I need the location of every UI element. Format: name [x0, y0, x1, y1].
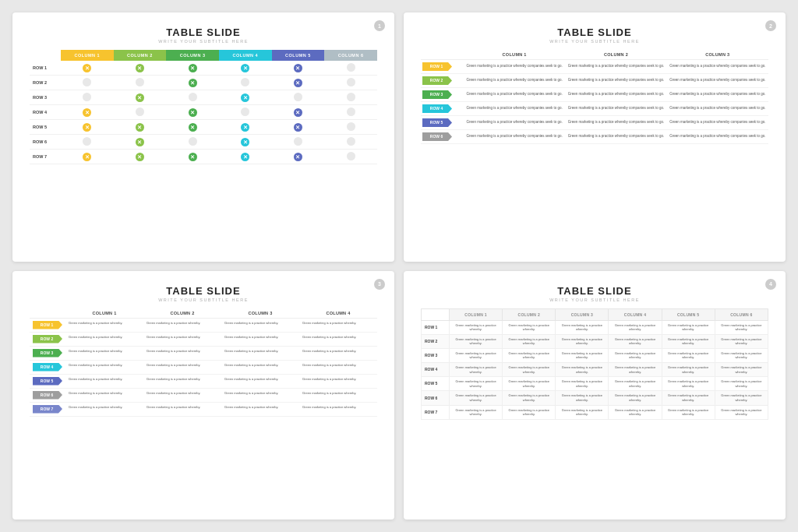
check-cell: ✕ [114, 135, 167, 150]
check-cell [166, 135, 219, 150]
table-cell: Green marketing is a practice whereby co… [565, 88, 666, 102]
table-row: ROW 4Green marketing is a practice where… [422, 363, 768, 377]
s4-col-header-2: COLUMN 2 [503, 308, 556, 320]
s3-col-header-2: COLUMN 2 [143, 308, 221, 319]
table-cell: Green marketing is a practice whereby. [221, 402, 299, 416]
row-label: ROW 7 [422, 405, 450, 419]
table-row: ROW 2Green marketing is a practice where… [422, 334, 768, 348]
check-cell [324, 150, 377, 164]
table-cell: Green marketing is a practice whereby. [221, 388, 299, 402]
table-cell: Green marketing is a practice whereby co… [464, 74, 565, 88]
check-cell: ✕ [219, 61, 272, 76]
col-header-3: COLUMN 3 [166, 50, 219, 61]
table-cell: Green marketing is a practice whereby co… [565, 74, 666, 88]
table-cell: Green marketing is a practice whereby. [450, 391, 503, 405]
row-label: ROW 3 [30, 90, 61, 105]
table-cell: Green marketing is a practice whereby. [65, 318, 143, 332]
table-cell: Green marketing is a practice whereby. [143, 332, 221, 346]
s2-col-header-3: COLUMN 3 [667, 50, 768, 60]
table-cell: Green marketing is a practice whereby. [662, 391, 715, 405]
slide-1: 1 TABLE SLIDE WRITE YOUR SUBTITLE HERE C… [12, 12, 394, 262]
check-cell: ✕ [61, 120, 114, 135]
slide-number-4: 4 [765, 279, 776, 290]
check-cell: ✕ [166, 61, 219, 76]
row-label: ROW 6 [30, 135, 61, 150]
check-cell [61, 135, 114, 150]
table-cell: Green marketing is a practice whereby. [556, 363, 609, 377]
row-label: ROW 5 [422, 377, 450, 391]
row-label: ROW 4 [30, 105, 61, 120]
check-cell [61, 90, 114, 105]
table-cell: Green marketing is a practice whereby. [503, 320, 556, 334]
check-cell [219, 105, 272, 120]
table-cell: Green marketing is a practice whereby. [503, 348, 556, 362]
table-cell: Green marketing is a practice whereby. [609, 377, 662, 391]
table-row: ROW 5Green marketing is a practice where… [30, 374, 377, 388]
table-row: ROW 1Green marketing is a practice where… [30, 318, 377, 332]
slide-number-1: 1 [374, 20, 385, 31]
table-cell: Green marketing is a practice whereby. [556, 405, 609, 419]
col-header-5: COLUMN 5 [272, 50, 325, 61]
table-cell: Green marketing is a practice whereby. [65, 332, 143, 346]
table-cell: Green marketing is a practice whereby co… [464, 88, 565, 102]
table-cell: Green marketing is a practice whereby. [556, 320, 609, 334]
row-arrow-label: ROW 5 [30, 374, 65, 388]
table-cell: Green marketing is a practice whereby. [299, 346, 377, 360]
table-cell: Green marketing is a practice whereby. [715, 391, 768, 405]
table-cell: Green marketing is a practice whereby. [221, 346, 299, 360]
table-cell: Green marketing is a practice whereby. [503, 391, 556, 405]
slide-1-table: COLUMN 1 COLUMN 2 COLUMN 3 COLUMN 4 COLU… [30, 50, 377, 164]
table-cell: Green marketing is a practice whereby. [715, 320, 768, 334]
table-cell: Green marketing is a practice whereby co… [667, 88, 768, 102]
row-arrow-label: ROW 7 [30, 402, 65, 416]
check-cell: ✕ [166, 105, 219, 120]
s4-col-header-3: COLUMN 3 [556, 308, 609, 320]
table-cell: Green marketing is a practice whereby. [299, 318, 377, 332]
table-row: ROW 3✕✕ [30, 90, 377, 105]
check-cell [219, 76, 272, 90]
table-cell: Green marketing is a practice whereby. [450, 334, 503, 348]
table-cell: Green marketing is a practice whereby. [715, 348, 768, 362]
row-arrow-label: ROW 2 [30, 332, 65, 346]
table-row: ROW 2✕✕ [30, 76, 377, 90]
table-row: ROW 4Green marketing is a practice where… [30, 360, 377, 374]
table-cell: Green marketing is a practice whereby. [715, 334, 768, 348]
table-cell: Green marketing is a practice whereby co… [565, 116, 666, 130]
table-row: ROW 4Green marketing is a practice where… [421, 102, 768, 116]
slide-number-3: 3 [374, 279, 385, 290]
table-cell: Green marketing is a practice whereby. [143, 360, 221, 374]
s3-col-header-1: COLUMN 1 [65, 308, 143, 319]
slide-2-table: COLUMN 1 COLUMN 2 COLUMN 3 ROW 1Green ma… [421, 50, 768, 144]
table-cell: Green marketing is a practice whereby co… [565, 60, 666, 74]
check-cell [272, 135, 325, 150]
check-cell [324, 105, 377, 120]
table-row: ROW 6✕✕ [30, 135, 377, 150]
slide-1-title: TABLE SLIDE [30, 26, 377, 38]
slide-4-subtitle: WRITE YOUR SUBTITLE HERE [421, 298, 768, 302]
slide-3-subtitle: WRITE YOUR SUBTITLE HERE [30, 298, 377, 302]
table-cell: Green marketing is a practice whereby. [450, 405, 503, 419]
row-label: ROW 6 [422, 391, 450, 405]
table-row: ROW 1Green marketing is a practice where… [421, 60, 768, 74]
table-cell: Green marketing is a practice whereby. [299, 332, 377, 346]
table-cell: Green marketing is a practice whereby. [503, 334, 556, 348]
table-cell: Green marketing is a practice whereby. [143, 318, 221, 332]
check-cell: ✕ [272, 105, 325, 120]
row-arrow-label: ROW 1 [30, 318, 65, 332]
check-cell [166, 90, 219, 105]
check-cell: ✕ [272, 150, 325, 164]
table-row: ROW 3Green marketing is a practice where… [422, 348, 768, 362]
table-cell: Green marketing is a practice whereby. [65, 402, 143, 416]
table-cell: Green marketing is a practice whereby. [299, 388, 377, 402]
table-cell: Green marketing is a practice whereby co… [565, 102, 666, 116]
check-cell: ✕ [272, 120, 325, 135]
slide-2: 2 TABLE SLIDE WRITE YOUR SUBTITLE HERE C… [404, 12, 786, 262]
table-row: ROW 5Green marketing is a practice where… [422, 377, 768, 391]
slide-4-table: COLUMN 1 COLUMN 2 COLUMN 3 COLUMN 4 COLU… [421, 308, 768, 420]
row-label: ROW 7 [30, 150, 61, 164]
row-arrow-label: ROW 2 [421, 74, 464, 88]
row-arrow-label: ROW 6 [30, 388, 65, 402]
s4-col-header-6: COLUMN 6 [715, 308, 768, 320]
slide-4: 4 TABLE SLIDE WRITE YOUR SUBTITLE HERE C… [404, 271, 786, 520]
slide-4-header: TABLE SLIDE WRITE YOUR SUBTITLE HERE [421, 285, 768, 302]
